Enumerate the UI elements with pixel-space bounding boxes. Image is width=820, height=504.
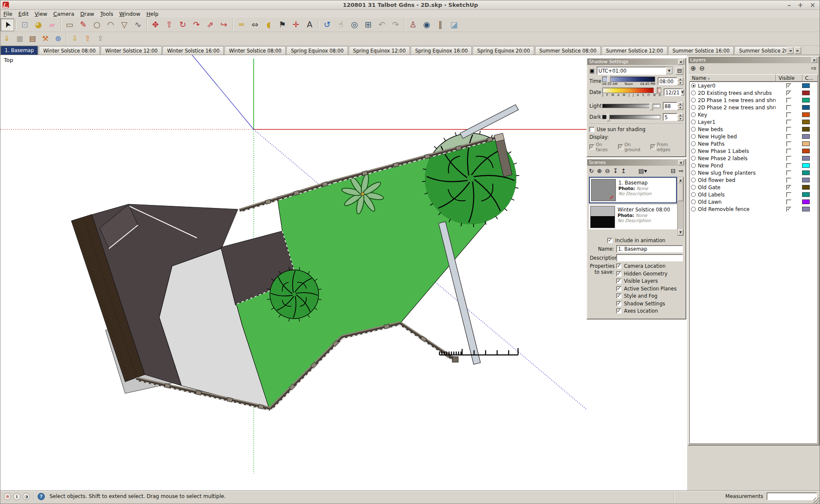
axes-tool-button[interactable]: ✛ xyxy=(289,18,303,31)
layer-current-radio[interactable] xyxy=(691,120,696,124)
layer-color-swatch[interactable] xyxy=(802,163,810,168)
add-layer-button[interactable]: ⊕ xyxy=(691,64,696,72)
layer-color-swatch[interactable] xyxy=(802,199,810,204)
window-shade-button[interactable]: ⊟ xyxy=(671,167,676,174)
date-dropdown-icon[interactable]: ▼ xyxy=(681,89,684,96)
remove-scene-button[interactable]: ⊖ xyxy=(605,167,610,174)
camera-location-checkbox[interactable]: ✓ xyxy=(616,264,621,269)
protractor-tool-button[interactable]: ◖ xyxy=(262,18,275,31)
tabs-scroll-left-button[interactable]: ◄ xyxy=(787,47,794,54)
layer-current-radio[interactable] xyxy=(691,149,696,153)
layer-color-swatch[interactable] xyxy=(802,120,810,124)
scene-list-item[interactable]: ✎1. BasemapPhoto: NoneNo Description xyxy=(589,177,677,203)
layer-color-swatch[interactable] xyxy=(802,134,810,139)
layer-row[interactable]: New Phase 2 labels✓ xyxy=(690,155,817,162)
follow-me-tool-button[interactable]: ↷ xyxy=(190,18,203,31)
layer-row[interactable]: Old Lawn✓ xyxy=(690,198,817,205)
maximize-button[interactable]: + xyxy=(798,1,803,9)
layer-visible-checkbox[interactable]: ✓ xyxy=(786,149,791,154)
attribution-icon[interactable]: ℹ xyxy=(13,493,20,500)
scene-description-input[interactable] xyxy=(616,254,683,261)
layer-current-radio[interactable] xyxy=(691,156,696,161)
layer-row[interactable]: New Phase 1 Labels✓ xyxy=(690,147,817,155)
on-ground-checkbox[interactable]: ✓ xyxy=(618,144,623,149)
active-section-planes-checkbox[interactable]: ✓ xyxy=(616,286,621,291)
layer-current-radio[interactable] xyxy=(691,127,696,132)
time-input[interactable]: 08:00 xyxy=(658,77,677,85)
layer-row[interactable]: Old Labels✓ xyxy=(690,191,817,198)
axes-location-checkbox[interactable]: ✓ xyxy=(616,308,621,314)
layer-current-radio[interactable] xyxy=(691,91,696,95)
scene-tab-10[interactable]: Summer Solstice 08:00 xyxy=(535,46,601,55)
line-tool-button[interactable]: ✎ xyxy=(76,18,90,31)
layer-row[interactable]: Key✓ xyxy=(690,111,817,118)
layers-color-column-header[interactable]: C... xyxy=(802,74,818,82)
update-scene-button[interactable]: ↻ xyxy=(589,167,594,174)
use-sun-checkbox[interactable]: ✓ xyxy=(589,127,594,132)
hidden-geometry-checkbox[interactable]: ✓ xyxy=(616,271,621,276)
layer-color-swatch[interactable] xyxy=(802,170,810,175)
layer-color-swatch[interactable] xyxy=(802,98,810,103)
layer-current-radio[interactable] xyxy=(691,98,696,103)
help-icon[interactable]: ? xyxy=(38,493,45,500)
layer-color-swatch[interactable] xyxy=(802,105,810,110)
layer-current-radio[interactable] xyxy=(691,178,696,182)
menu-tools[interactable]: Tools xyxy=(97,10,117,18)
light-input[interactable]: 88 xyxy=(663,102,677,110)
dark-input[interactable]: 5 xyxy=(663,113,677,121)
rectangle-tool-button[interactable]: ▭ xyxy=(63,18,76,31)
on-faces-checkbox[interactable]: ✓ xyxy=(589,144,594,149)
make-component-tool-button[interactable]: ⊡ xyxy=(18,18,32,31)
move-scene-down-button[interactable]: ↧ xyxy=(613,167,618,174)
tape-measure-tool-button[interactable]: ═ xyxy=(234,18,248,31)
walk-tool-button[interactable]: ∥ xyxy=(433,18,447,31)
layer-visible-checkbox[interactable]: ✓ xyxy=(786,156,791,161)
scene-tab-4[interactable]: Winter Solstice 16:00 xyxy=(163,46,224,55)
menu-view[interactable]: View xyxy=(32,10,50,18)
scroll-up-icon[interactable]: ▲ xyxy=(678,177,683,183)
layer-visible-checkbox[interactable]: ✓ xyxy=(786,207,791,212)
layer-visible-checkbox[interactable]: ✓ xyxy=(786,192,791,197)
timezone-select[interactable]: UTC+01:00 ▼ xyxy=(597,67,673,75)
paint-bucket-tool-button[interactable]: ◕ xyxy=(32,18,45,31)
layers-titlebar[interactable]: Layers × xyxy=(688,57,819,63)
offset-tool-button[interactable]: ↪ xyxy=(217,18,231,31)
polygon-tool-button[interactable]: ▽ xyxy=(117,18,131,31)
look-around-tool-button[interactable]: ◉ xyxy=(420,18,433,31)
layer-color-swatch[interactable] xyxy=(802,156,810,161)
layer-visible-checkbox[interactable]: ✓ xyxy=(786,112,791,117)
visible-layers-checkbox[interactable]: ✓ xyxy=(616,278,621,284)
arc-tool-button[interactable]: ◠ xyxy=(104,18,117,31)
shadow-settings-close-icon[interactable]: × xyxy=(678,59,684,64)
layer-row[interactable]: 2D Phase 2 new trees and shrubs✓ xyxy=(690,104,817,111)
scenes-titlebar[interactable]: Scenes × xyxy=(587,159,685,166)
layer-visible-checkbox[interactable]: ✓ xyxy=(786,141,791,147)
layer-visible-checkbox[interactable]: ✓ xyxy=(786,178,791,183)
scene-tab-5[interactable]: Winter Solstice 08:00 xyxy=(225,46,286,55)
layers-close-icon[interactable]: × xyxy=(811,58,817,63)
freehand-tool-button[interactable]: ∿ xyxy=(131,18,145,31)
layer-visible-checkbox[interactable]: ✓ xyxy=(786,199,791,205)
layer-visible-checkbox[interactable]: ✓ xyxy=(786,163,791,168)
resize-grip[interactable] xyxy=(814,498,820,504)
time-slider-thumb[interactable] xyxy=(607,76,611,83)
rotate-tool-button[interactable]: ↻ xyxy=(176,18,190,31)
scene-tab-8[interactable]: Spring Equinox 16:00 xyxy=(411,46,472,55)
photo-textures-button[interactable]: ▤ xyxy=(26,33,39,45)
light-slider-thumb[interactable] xyxy=(650,103,653,110)
layer-current-radio[interactable] xyxy=(691,105,696,110)
menu-camera[interactable]: Camera xyxy=(50,10,77,18)
pan-tool-button[interactable]: ☝ xyxy=(334,18,348,31)
layer-row[interactable]: Layer1✓ xyxy=(690,118,817,126)
dark-slider[interactable] xyxy=(602,115,660,119)
menu-edit[interactable]: Edit xyxy=(15,10,32,18)
dark-spinner[interactable]: ▲▼ xyxy=(677,113,683,121)
layer-current-radio[interactable] xyxy=(691,185,696,190)
layers-visible-column-header[interactable]: Visible xyxy=(776,74,802,82)
layer-current-radio[interactable] xyxy=(691,163,696,168)
dark-slider-thumb[interactable] xyxy=(606,114,610,121)
upload-model-button[interactable]: ⇧ xyxy=(81,33,94,45)
add-location-button[interactable]: ⇓ xyxy=(0,33,13,45)
layer-visible-checkbox[interactable]: ✓ xyxy=(786,170,791,176)
layer-row[interactable]: New Hugle bed✓ xyxy=(690,133,817,140)
